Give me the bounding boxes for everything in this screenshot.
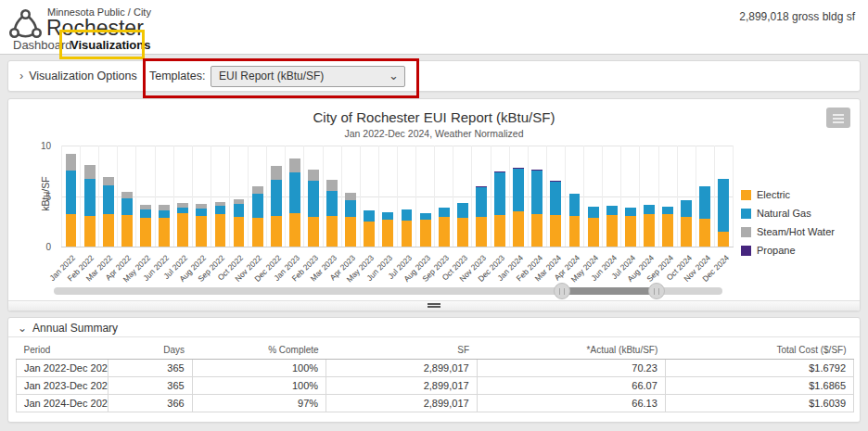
stacked-bar bbox=[66, 146, 77, 247]
drag-handle-icon bbox=[428, 303, 440, 308]
stacked-bar bbox=[625, 146, 636, 247]
bar-segment-electric bbox=[531, 214, 542, 247]
stacked-bar bbox=[289, 146, 300, 247]
table-cell: Jan 2022-Dec 2022 bbox=[17, 360, 108, 377]
bar-segment-natural-gas bbox=[606, 206, 618, 215]
table-cell: $1.6039 bbox=[665, 395, 853, 412]
bar-segment-electric bbox=[84, 216, 96, 247]
bar-segment-electric bbox=[457, 218, 468, 247]
stacked-bar bbox=[457, 146, 468, 247]
bar-segment-electric bbox=[625, 216, 636, 247]
range-slider-handle-right[interactable] bbox=[648, 283, 665, 299]
legend-item[interactable]: Natural Gas bbox=[741, 208, 835, 219]
bar-segment-natural-gas bbox=[588, 207, 599, 218]
stacked-bar bbox=[644, 146, 655, 247]
chart-resize-handle[interactable] bbox=[8, 300, 860, 311]
table-cell: 70.23 bbox=[477, 360, 665, 377]
bar-segment-electric bbox=[103, 214, 114, 247]
chart-legend: ElectricNatural GasSteam/Hot WaterPropan… bbox=[741, 189, 835, 263]
stacked-bar bbox=[308, 146, 319, 247]
bar-segment-electric bbox=[420, 220, 431, 247]
table-header-cell: SF bbox=[326, 341, 478, 360]
bar-segment-natural-gas bbox=[718, 179, 729, 232]
bar-segment-steam-hot-water bbox=[66, 154, 77, 171]
legend-item[interactable]: Electric bbox=[741, 189, 835, 200]
bar-segment-electric bbox=[550, 215, 561, 247]
bar-column bbox=[583, 146, 602, 247]
grip-icon bbox=[654, 288, 659, 295]
bar-column bbox=[211, 146, 229, 247]
stacked-bar bbox=[569, 146, 581, 247]
stacked-bar bbox=[531, 146, 542, 247]
bar-segment-natural-gas bbox=[644, 205, 655, 214]
bar-column bbox=[658, 146, 677, 247]
bar-segment-natural-gas bbox=[271, 180, 282, 216]
bar-segment-natural-gas bbox=[103, 185, 114, 215]
legend-item[interactable]: Propane bbox=[741, 245, 835, 256]
bar-column bbox=[173, 146, 192, 247]
chart-card: City of Rochester EUI Report (kBtu/SF) J… bbox=[7, 98, 861, 311]
table-cell: 97% bbox=[192, 395, 326, 412]
bar-segment-natural-gas bbox=[121, 198, 133, 216]
bar-segment-electric bbox=[382, 220, 393, 247]
y-tick-label: 0 bbox=[14, 242, 51, 252]
bar-segment-natural-gas bbox=[662, 207, 673, 214]
stacked-bar bbox=[718, 146, 729, 247]
bar-segment-electric bbox=[718, 232, 729, 247]
bar-segment-natural-gas bbox=[569, 194, 581, 216]
range-slider-track[interactable] bbox=[54, 287, 722, 295]
bar-segment-electric bbox=[271, 216, 282, 247]
bar-segment-electric bbox=[234, 217, 245, 247]
bar-column bbox=[360, 146, 378, 247]
bar-segment-natural-gas bbox=[196, 209, 207, 217]
gross-sf-label: 2,899,018 gross bldg sf bbox=[739, 10, 855, 23]
bar-segment-electric bbox=[494, 215, 505, 247]
bar-segment-natural-gas bbox=[345, 200, 356, 218]
stacked-bar bbox=[364, 146, 375, 247]
stacked-bar bbox=[103, 146, 114, 247]
bar-segment-natural-gas bbox=[140, 209, 151, 219]
stacked-bar bbox=[196, 146, 207, 247]
table-row: Jan 2023-Dec 2023365100%2,899,01766.07$1… bbox=[17, 377, 854, 395]
bar-segment-natural-gas bbox=[252, 194, 263, 218]
bar-segment-steam-hot-water bbox=[289, 158, 300, 172]
stacked-bar bbox=[234, 146, 245, 247]
table-row: Jan 2022-Dec 2022365100%2,899,01770.23$1… bbox=[17, 360, 854, 377]
range-slider-handle-left[interactable] bbox=[554, 283, 570, 299]
legend-item[interactable]: Steam/Hot Water bbox=[741, 226, 835, 237]
y-tick-label: 5 bbox=[14, 192, 51, 202]
annual-summary-toggle[interactable]: ⌄Annual Summary bbox=[8, 318, 860, 337]
bar-column bbox=[266, 146, 285, 247]
table-cell: 2,899,017 bbox=[326, 377, 478, 395]
bar-column bbox=[117, 146, 135, 247]
stacked-bar bbox=[662, 146, 673, 247]
bar-segment-electric bbox=[215, 214, 226, 247]
table-cell: 66.07 bbox=[477, 377, 665, 395]
stacked-bar bbox=[252, 146, 263, 247]
bar-segment-natural-gas bbox=[215, 206, 226, 214]
annual-summary-table: PeriodDays% CompleteSF*Actual (kBtu/SF)T… bbox=[16, 341, 854, 412]
visualization-options-toggle[interactable]: ›Visualization Options bbox=[19, 70, 137, 82]
bar-segment-steam-hot-water bbox=[84, 165, 96, 179]
bar-segment-electric bbox=[644, 214, 655, 247]
bar-column bbox=[80, 146, 98, 247]
bar-segment-natural-gas bbox=[326, 191, 338, 216]
table-header-cell: Total Cost ($/SF) bbox=[665, 341, 853, 360]
bar-segment-electric bbox=[326, 216, 338, 247]
bar-column bbox=[135, 146, 154, 247]
bar-segment-steam-hot-water bbox=[252, 186, 263, 195]
bar-column bbox=[341, 146, 360, 247]
stacked-bar bbox=[606, 146, 618, 247]
bar-segment-electric bbox=[289, 213, 300, 247]
y-tick-label: 10 bbox=[14, 141, 51, 151]
bar-segment-electric bbox=[662, 214, 673, 247]
range-slider-selection[interactable] bbox=[562, 287, 657, 295]
bar-segment-natural-gas bbox=[681, 200, 692, 218]
bar-segment-electric bbox=[252, 218, 263, 247]
bar-segment-electric bbox=[588, 218, 599, 247]
stacked-bar bbox=[177, 146, 188, 247]
bar-column bbox=[303, 146, 322, 247]
bar-segment-electric bbox=[569, 216, 581, 247]
bar-segment-electric bbox=[196, 216, 207, 247]
bar-column bbox=[565, 146, 583, 247]
